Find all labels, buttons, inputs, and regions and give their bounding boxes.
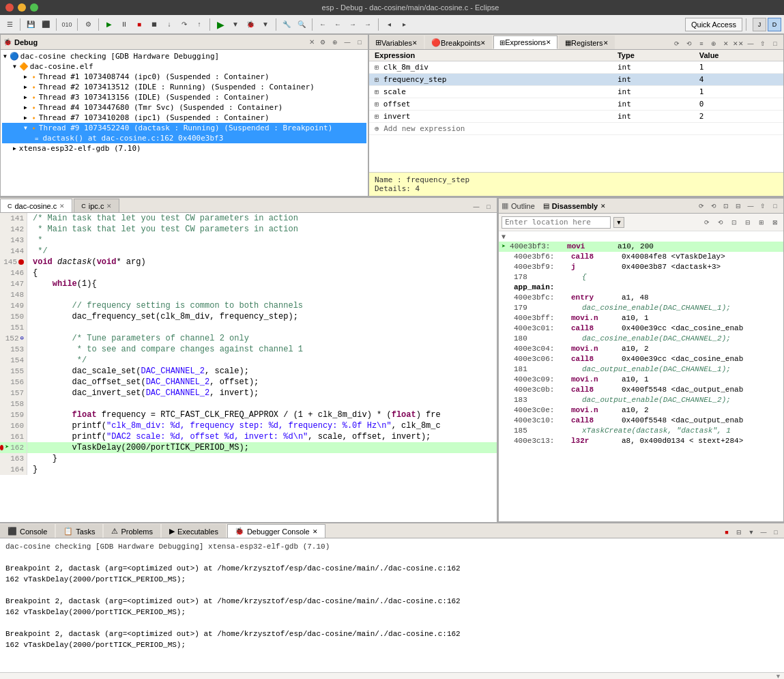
- disasm-line[interactable]: 400e3c0b: call8 0x400f5548 <dac_output_e…: [499, 385, 783, 395]
- debug-action-2[interactable]: ⊕: [330, 37, 340, 48]
- tree-item[interactable]: ▼ 🔶 dac-cosine.elf: [2, 61, 366, 72]
- toolbar-btn-2[interactable]: ⬛: [39, 18, 53, 31]
- tab-console[interactable]: ⬛ Console: [0, 524, 55, 538]
- toolbar-prev[interactable]: ←: [316, 18, 330, 31]
- tree-item[interactable]: ▶ 🔸 Thread #4 1073447680 (Tmr Svc) (Susp…: [2, 102, 366, 113]
- tree-item[interactable]: ▼ 🔵 dac-cosine checking [GDB Hardware De…: [2, 51, 366, 61]
- code-editor[interactable]: 141 /* Main task that let you test CW pa…: [0, 213, 497, 522]
- step-into-btn[interactable]: ↓: [162, 18, 176, 31]
- disasm-line[interactable]: 400e3c01: call8 0x400e39cc <dac_cosine_e…: [499, 323, 783, 334]
- toolbar-back[interactable]: ◂: [382, 18, 396, 31]
- toolbar-next2[interactable]: →: [361, 18, 375, 31]
- expr-row[interactable]: ⊞ invert int 2: [369, 111, 783, 123]
- tree-item[interactable]: ▶ 🔸 Thread #7 1073410208 (ipc1) (Suspend…: [2, 113, 366, 123]
- tab-executables[interactable]: ▶ Executables: [162, 524, 226, 538]
- expr-remove[interactable]: ✕: [721, 38, 731, 49]
- toolbar-forward[interactable]: ▸: [397, 18, 411, 31]
- disasm-nav-down[interactable]: ▼: [613, 217, 624, 228]
- disasm-tool-4[interactable]: ⊟: [742, 217, 753, 228]
- toolbar-next[interactable]: →: [346, 18, 360, 31]
- resume-btn[interactable]: ▶: [102, 18, 116, 31]
- tab-expressions[interactable]: ⊞ Expressions ✕: [493, 35, 557, 49]
- tree-item[interactable]: ▶ 🔸 Thread #1 1073408744 (ipc0) (Suspend…: [2, 72, 366, 82]
- expr-action-1[interactable]: ⟳: [671, 38, 682, 49]
- disasm-line[interactable]: 400e3c10: call8 0x400f5548 <dac_output_e…: [499, 416, 783, 426]
- step-over-btn[interactable]: ↷: [177, 18, 191, 31]
- tree-item[interactable]: ▶ xtensa-esp32-elf-gdb (7.10): [2, 143, 366, 154]
- console-action-2[interactable]: ⊟: [734, 527, 744, 538]
- expr-remove-all[interactable]: ✕✕: [733, 38, 744, 49]
- tab-registers[interactable]: ▦ Registers ✕: [559, 35, 614, 49]
- debug-minimize[interactable]: —: [342, 37, 353, 48]
- disasm-line[interactable]: 400e3bfc: entry a1, 48: [499, 293, 783, 303]
- expr-row[interactable]: ⊞ clk_8m_div int 1: [369, 61, 783, 74]
- maximize-btn[interactable]: [30, 3, 38, 12]
- tab-ipc[interactable]: C ipc.c ✕: [74, 199, 119, 212]
- disasm-action-2[interactable]: ⟲: [708, 201, 719, 212]
- tree-item[interactable]: ▼ 🔸 Thread #9 1073452240 (dactask : Runn…: [2, 123, 366, 133]
- step-return-btn[interactable]: ↑: [192, 18, 206, 31]
- tab-tasks[interactable]: 📋 Tasks: [56, 524, 102, 538]
- toolbar-btn-save[interactable]: 💾: [24, 18, 38, 31]
- toolbar-external-tools[interactable]: 🔧: [280, 18, 293, 31]
- toolbar-search[interactable]: 🔍: [295, 18, 308, 31]
- disasm-content[interactable]: ➤ 400e3bf3: movi a10, 200 400e3bf6: call…: [499, 242, 783, 521]
- tree-item[interactable]: = dactask() at dac-cosine.c:162 0x400e3b…: [2, 133, 366, 143]
- disasm-tool-5[interactable]: ⊞: [756, 217, 767, 228]
- perspective-java[interactable]: J: [753, 18, 766, 31]
- code-maximize[interactable]: □: [483, 201, 494, 212]
- close-tab-icon[interactable]: ✕: [106, 203, 112, 210]
- code-minimize[interactable]: —: [471, 201, 482, 212]
- tab-variables[interactable]: ⊞ Variables ✕: [369, 35, 424, 49]
- close-console-tab-icon[interactable]: ✕: [313, 528, 318, 535]
- toolbar-debug-btn[interactable]: 🐞: [244, 18, 257, 31]
- toolbar-btn-1[interactable]: ☰: [3, 18, 16, 31]
- expr-row[interactable]: ⊞ frequency_step int 4: [369, 74, 783, 86]
- disasm-maximize[interactable]: □: [770, 201, 781, 212]
- disasm-action-4[interactable]: ⊟: [733, 201, 744, 212]
- toolbar-btn-3[interactable]: 010: [60, 18, 74, 31]
- disasm-tool-6[interactable]: ⊠: [770, 217, 781, 228]
- tab-problems[interactable]: ⚠ Problems: [104, 524, 160, 538]
- expr-minimize[interactable]: —: [745, 38, 756, 49]
- disasm-line[interactable]: 400e3bf6: call8 0x40084fe8 <vTaskDelay>: [499, 252, 783, 262]
- toolbar-run-btn[interactable]: ▶: [214, 18, 227, 31]
- toolbar-btn-4[interactable]: ⚙: [81, 18, 95, 31]
- disasm-line[interactable]: 400e3c0e: movi.n a10, 2: [499, 405, 783, 416]
- disasm-line[interactable]: 400e3c06: call8 0x400e39cc <dac_cosine_e…: [499, 354, 783, 364]
- add-expression-row[interactable]: ⊕ Add new expression: [369, 123, 783, 135]
- disasm-line[interactable]: 400e3c13: l32r a8, 0x400d0134 < stext+28…: [499, 436, 783, 446]
- console-maximize[interactable]: □: [770, 527, 781, 538]
- debug-maximize[interactable]: □: [354, 37, 365, 48]
- suspend-btn[interactable]: ⏸: [117, 18, 131, 31]
- console-minimize[interactable]: —: [758, 527, 769, 538]
- expr-row[interactable]: ⊞ scale int 1: [369, 86, 783, 98]
- console-stop[interactable]: ■: [721, 527, 732, 538]
- disasm-restore[interactable]: ⇧: [757, 201, 768, 212]
- tab-debugger-console[interactable]: 🐞 Debugger Console ✕: [227, 524, 325, 538]
- disasm-minimize[interactable]: —: [745, 201, 756, 212]
- quick-access-button[interactable]: Quick Access: [685, 18, 742, 31]
- toolbar-run-dropdown[interactable]: ▼: [229, 18, 242, 31]
- disasm-line[interactable]: 400e3c09: movi.n a10, 1: [499, 375, 783, 385]
- disasm-action-1[interactable]: ⟳: [696, 201, 707, 212]
- stop-btn[interactable]: ■: [132, 18, 146, 31]
- expr-restore[interactable]: ⇧: [757, 38, 768, 49]
- close-tab-icon[interactable]: ✕: [59, 203, 65, 210]
- expr-collapse[interactable]: ≡: [696, 38, 707, 49]
- disasm-line[interactable]: 400e3bff: movi.n a10, 1: [499, 313, 783, 323]
- disasm-line[interactable]: ➤ 400e3bf3: movi a10, 200: [499, 242, 783, 252]
- toolbar-prev2[interactable]: ←: [331, 18, 345, 31]
- perspective-debug[interactable]: D: [768, 18, 781, 31]
- tab-breakpoints[interactable]: 🔴 Breakpoints ✕: [425, 35, 492, 49]
- console-action-3[interactable]: ▼: [746, 527, 757, 538]
- disasm-tool-3[interactable]: ⊡: [729, 217, 740, 228]
- expr-add[interactable]: ⊕: [708, 38, 719, 49]
- disconnect-btn[interactable]: ⏹: [147, 18, 161, 31]
- close-btn[interactable]: [5, 3, 14, 12]
- minimize-btn[interactable]: [18, 3, 26, 12]
- toolbar-debug-dropdown[interactable]: ▼: [259, 18, 272, 31]
- disasm-tool-1[interactable]: ⟳: [701, 217, 712, 228]
- disasm-tool-2[interactable]: ⟲: [715, 217, 726, 228]
- expr-maximize[interactable]: □: [770, 38, 781, 49]
